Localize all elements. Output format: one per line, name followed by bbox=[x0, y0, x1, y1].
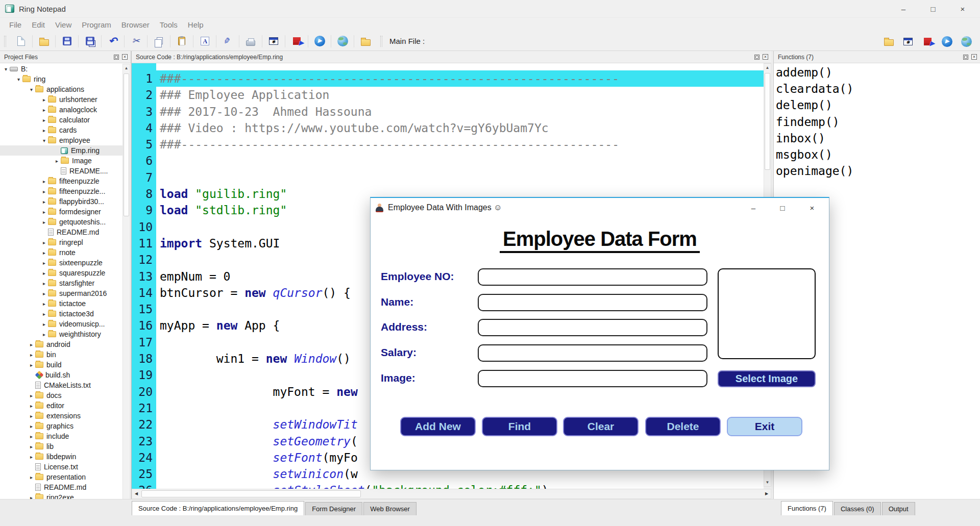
expander-closed-icon[interactable]: ▸ bbox=[40, 332, 48, 337]
panel-close-icon[interactable]: × bbox=[971, 54, 977, 60]
code-line-1[interactable]: ###-------------------------------------… bbox=[156, 70, 764, 87]
toolbar-grip[interactable] bbox=[4, 36, 6, 47]
editor-horizontal-scrollbar[interactable]: ◀ ▶ bbox=[132, 489, 771, 499]
expander-closed-icon[interactable]: ▸ bbox=[40, 311, 48, 317]
scroll-left-icon[interactable]: ◀ bbox=[132, 489, 140, 498]
add-new-button[interactable]: Add New bbox=[400, 417, 476, 436]
tree-item-presentation[interactable]: ▸presentation bbox=[0, 472, 122, 482]
tab-output[interactable]: Output bbox=[882, 502, 915, 515]
save-button[interactable] bbox=[59, 34, 75, 49]
menu-tools[interactable]: Tools bbox=[155, 18, 183, 32]
globe-button[interactable] bbox=[335, 34, 350, 49]
exit-button[interactable]: Exit bbox=[727, 417, 802, 436]
table-button[interactable] bbox=[266, 34, 281, 49]
tree-item-readme-md[interactable]: README.md bbox=[0, 482, 122, 492]
debug-button[interactable] bbox=[920, 34, 935, 49]
select-image-button[interactable]: Select Image bbox=[718, 370, 816, 387]
tree-item-calculator[interactable]: ▸calculator bbox=[0, 115, 122, 125]
menu-program[interactable]: Program bbox=[77, 18, 116, 32]
print-button[interactable] bbox=[243, 34, 258, 49]
editor-scroll-thumb[interactable] bbox=[765, 73, 770, 170]
menu-browser[interactable]: Browser bbox=[116, 18, 155, 32]
editor-hscroll-thumb[interactable] bbox=[141, 490, 361, 497]
field-input-image[interactable] bbox=[478, 370, 707, 387]
toolbar-grip-2[interactable] bbox=[380, 36, 382, 47]
tree-item-libdepwin[interactable]: ▸libdepwin bbox=[0, 452, 122, 462]
run-button[interactable] bbox=[939, 34, 954, 49]
expander-closed-icon[interactable]: ▸ bbox=[28, 403, 35, 409]
globe-button[interactable] bbox=[959, 34, 974, 49]
window-maximize-button[interactable]: □ bbox=[922, 0, 944, 17]
expander-closed-icon[interactable]: ▸ bbox=[40, 97, 48, 103]
expander-closed-icon[interactable]: ▸ bbox=[28, 342, 35, 347]
table-button[interactable] bbox=[900, 34, 916, 49]
scroll-up-icon[interactable]: ▲ bbox=[764, 64, 771, 71]
tree-item-weighthistory[interactable]: ▸weighthistory bbox=[0, 329, 122, 339]
tree-item-build[interactable]: ▸build bbox=[0, 360, 122, 370]
scroll-right-icon[interactable]: ▶ bbox=[763, 489, 771, 498]
tree-item-graphics[interactable]: ▸graphics bbox=[0, 421, 122, 431]
code-line-4[interactable]: ### Video : https://www.youtube.com/watc… bbox=[156, 120, 764, 136]
new-file-button[interactable] bbox=[13, 34, 29, 49]
expander-closed-icon[interactable]: ▸ bbox=[40, 219, 48, 225]
code-line-6[interactable] bbox=[156, 153, 764, 169]
expander-closed-icon[interactable]: ▸ bbox=[40, 270, 48, 276]
expander-closed-icon[interactable]: ▸ bbox=[28, 474, 35, 480]
tree-item-tictactoe[interactable]: ▸tictactoe bbox=[0, 298, 122, 309]
code-line-3[interactable]: ### 2017-10-23 Ahmed Hassouna bbox=[156, 104, 764, 120]
expander-open-icon[interactable]: ▾ bbox=[28, 87, 35, 92]
tab-functions-7[interactable]: Functions (7) bbox=[781, 501, 833, 515]
expander-closed-icon[interactable]: ▸ bbox=[40, 291, 48, 296]
tree-item-tictactoe3d[interactable]: ▸tictactoe3d bbox=[0, 309, 122, 319]
tree-item-fifteenpuzzle[interactable]: ▸fifteenpuzzle bbox=[0, 176, 122, 186]
expander-closed-icon[interactable]: ▸ bbox=[28, 454, 35, 460]
tab-web-browser[interactable]: Web Browser bbox=[363, 502, 416, 515]
function-item-msgbox[interactable]: msgbox() bbox=[776, 146, 978, 163]
expander-closed-icon[interactable]: ▸ bbox=[40, 117, 48, 123]
expander-closed-icon[interactable]: ▸ bbox=[28, 393, 35, 398]
expander-closed-icon[interactable]: ▸ bbox=[40, 250, 48, 256]
tree-item-rnote[interactable]: ▸rnote bbox=[0, 247, 122, 258]
tree-item-ringrepl[interactable]: ▸ringrepl bbox=[0, 237, 122, 247]
tree-item-cmakelists-txt[interactable]: CMakeLists.txt bbox=[0, 380, 122, 390]
tree-item-sixteenpuzzle[interactable]: ▸sixteenpuzzle bbox=[0, 258, 122, 268]
expander-closed-icon[interactable]: ▸ bbox=[40, 240, 48, 245]
run-button[interactable] bbox=[312, 34, 327, 49]
tree-item-include[interactable]: ▸include bbox=[0, 431, 122, 441]
tree-item-editor[interactable]: ▸editor bbox=[0, 400, 122, 411]
tree-item-employee[interactable]: ▾employee bbox=[0, 135, 122, 145]
tree-item-formdesigner[interactable]: ▸formdesigner bbox=[0, 207, 122, 217]
function-item-delemp[interactable]: delemp() bbox=[776, 97, 978, 113]
find-button[interactable]: Find bbox=[482, 417, 557, 436]
panel-float-icon[interactable] bbox=[754, 55, 760, 60]
field-input-name[interactable] bbox=[478, 294, 707, 311]
open-main-file-button[interactable] bbox=[358, 34, 373, 49]
expander-closed-icon[interactable]: ▸ bbox=[28, 434, 35, 439]
cut-button[interactable] bbox=[128, 34, 143, 49]
expander-closed-icon[interactable]: ▸ bbox=[40, 179, 48, 184]
open-file-button[interactable] bbox=[881, 34, 896, 49]
expander-closed-icon[interactable]: ▸ bbox=[28, 413, 35, 419]
field-input-employee-no[interactable] bbox=[478, 268, 707, 286]
expander-closed-icon[interactable]: ▸ bbox=[40, 301, 48, 307]
window-minimize-button[interactable]: – bbox=[892, 0, 915, 17]
tree-item-squarespuzzle[interactable]: ▸squarespuzzle bbox=[0, 268, 122, 278]
tree-item-getquoteshis[interactable]: ▸getquoteshis... bbox=[0, 217, 122, 227]
tree-item-emp-ring[interactable]: Emp.ring bbox=[0, 145, 122, 156]
expander-closed-icon[interactable]: ▸ bbox=[40, 107, 48, 113]
function-item-inbox[interactable]: inbox() bbox=[776, 130, 978, 146]
expander-closed-icon[interactable]: ▸ bbox=[40, 209, 48, 215]
tree-item-b[interactable]: ▾B: bbox=[0, 64, 122, 74]
tree-item-flappybird30[interactable]: ▸flappybird30... bbox=[0, 196, 122, 207]
function-item-openimage[interactable]: openimage() bbox=[776, 163, 978, 179]
code-line-7[interactable] bbox=[156, 169, 764, 186]
expander-closed-icon[interactable]: ▸ bbox=[28, 352, 35, 358]
tree-item-urlshortener[interactable]: ▸urlshortener bbox=[0, 94, 122, 105]
menu-file[interactable]: File bbox=[4, 18, 27, 32]
tree-item-bin[interactable]: ▸bin bbox=[0, 349, 122, 360]
tree-item-applications[interactable]: ▾applications bbox=[0, 84, 122, 94]
tree-item-readme-md[interactable]: README.md bbox=[0, 227, 122, 237]
code-line-2[interactable]: ### Employee Application bbox=[156, 87, 764, 103]
undo-button[interactable] bbox=[105, 34, 120, 49]
clear-button[interactable]: Clear bbox=[563, 417, 639, 436]
